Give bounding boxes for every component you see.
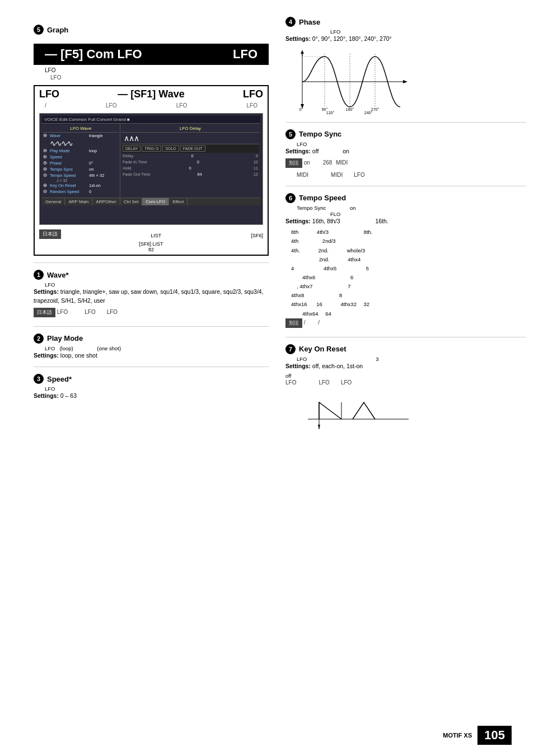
screen-fade-in-value: 0 <box>197 159 199 165</box>
tempo-speed-note: 別注 / / <box>285 318 526 330</box>
tempo-speed-desc: Tempo Sync on <box>297 205 526 211</box>
tempo-speed-row3: 4th. 2nd. whole/3 <box>291 246 526 255</box>
svg-text:120°: 120° <box>326 111 335 115</box>
screen-tab-arp-other[interactable]: ARPOther <box>92 198 120 205</box>
key-on-wave-svg <box>302 391 414 436</box>
phase-diagram: 0° 90° 120° 180° 270° 240° <box>297 48 409 115</box>
tempo-speed-row8: 4thx8 8 <box>291 291 526 300</box>
screen-tab-arp-main[interactable]: ARP Main <box>65 198 92 205</box>
title-bar-left: — [F5] Com LFO <box>45 47 142 62</box>
screen-tab-general[interactable]: General <box>42 198 65 205</box>
screen-num-82: 82 <box>39 247 263 252</box>
tempo-speed-row9: 4thx16 16 4thx32 32 <box>291 300 526 309</box>
screen-fade-in-item: Fade In Time 0 10 <box>121 159 259 165</box>
section-number-5: 5 <box>34 25 44 35</box>
screen-phase-value: 0° <box>89 161 93 166</box>
screen-num-7: ❼ <box>43 183 50 188</box>
lfo-label-small: LFO <box>50 74 269 81</box>
screen-top-bar: VOICE Edit-Common Full Concert Grand ■ <box>42 116 260 124</box>
section-wave: 1 Wave* LFO Settings: triangle, triangle… <box>34 270 269 320</box>
screen-num10: 10 <box>254 159 258 165</box>
screen-sf6-label: [SF6] <box>251 233 263 238</box>
screen-tab-effect[interactable]: Effect <box>169 198 188 205</box>
wave-note-line: 日本語 LFO LFO LFO <box>34 308 269 320</box>
screen-tempo-sync-label: Tempo Sync <box>50 167 89 172</box>
screen-fade-out-value: 64 <box>197 172 202 177</box>
key-on-reset-header: 7 Key On Reset <box>285 344 526 354</box>
tempo-sync-settings-on: on <box>343 148 349 154</box>
screen-wave-display: ∿∿∿∿ <box>50 139 119 148</box>
screen-top-bar-text: VOICE Edit-Common Full Concert Grand ■ <box>44 117 130 122</box>
tempo-sync-number: 5 <box>285 129 296 139</box>
screen-num12: 12 <box>254 172 258 177</box>
subtitle-lfo-text: LFO <box>45 67 55 73</box>
tempo-sync-settings-label: Settings: <box>285 148 311 154</box>
tempo-speed-values: 8th 4th/3 8th. 4th 2nd/3 4th. 2nd. whole… <box>291 228 526 318</box>
key-on-reset-settings: Settings: off, each-on, 1st-on <box>285 362 526 371</box>
speed-title: Speed* <box>47 375 72 383</box>
screen-hold-item: Hold 0 11 <box>121 165 259 171</box>
lfo-wave-center: — [SF1] Wave <box>118 88 184 100</box>
screen-num-6: ❻ <box>43 173 50 178</box>
screen-play-mode-label: Play Mode <box>50 148 89 153</box>
tempo-sync-title: Tempo Sync <box>299 130 341 138</box>
page-number-area: MOTIF XS 105 <box>443 726 512 745</box>
tempo-speed-settings: Settings: 16th, 8th/3 16th. <box>285 217 526 226</box>
lfo-sub-divider: / <box>45 102 46 109</box>
screen-tempo-sync-item: ❺ Tempo Sync on <box>43 166 119 172</box>
screen-tab-ctrl-set[interactable]: Ctrl Set <box>120 198 143 205</box>
screen-num-2: ❷ <box>43 148 50 153</box>
tempo-sync-note-line: MIDI MIDI LFO <box>297 171 526 179</box>
screen-speed-label: Speed <box>50 154 89 159</box>
screen-mockup: VOICE Edit-Common Full Concert Grand ■ L… <box>39 113 263 225</box>
screen-key-on-item: ❼ Key On Reset 1st-on <box>43 182 119 189</box>
screen-tab-com-lfo[interactable]: Com LFO <box>142 198 169 205</box>
screen-num-1: ❶ <box>43 133 50 138</box>
speed-header: 3 Speed* <box>34 374 269 384</box>
key-on-reset-note-line: LFO LFO LFO <box>285 379 526 387</box>
screen-j-value: J × 32 <box>57 179 119 182</box>
tempo-speed-settings-right: 16th. <box>375 218 388 224</box>
tempo-speed-row7: , 4thx7 7 <box>291 282 526 291</box>
tempo-sync-settings: Settings: off on <box>285 147 526 156</box>
wave-settings-value: triangle, triangle+, saw up, saw down, s… <box>34 288 264 304</box>
screen-lfo-wave-label: LFO Wave <box>43 125 119 133</box>
title-bar-right: LFO <box>233 47 257 62</box>
phase-number: 4 <box>285 17 296 27</box>
svg-marker-2 <box>403 80 407 83</box>
f5-com-lfo-title-bar: — [F5] Com LFO LFO <box>34 44 269 65</box>
key-on-reset-note-off: off <box>285 373 526 379</box>
tempo-sync-note-ref: 別注 <box>285 158 302 168</box>
section-tempo-sync: 5 Tempo Sync LFO Settings: off on 別注 on … <box>285 129 526 179</box>
screen-tabs: General ARP Main ARPOther Ctrl Set Com L… <box>42 198 260 205</box>
screen-wave-label: Wave <box>50 133 89 138</box>
left-column: 5 Graph — [F5] Com LFO LFO LFO LFO LFO —… <box>34 17 280 739</box>
section-title-graph: Graph <box>47 26 68 34</box>
tempo-sync-note-number: 268 <box>323 159 332 166</box>
key-on-reset-title: Key On Reset <box>299 345 346 353</box>
play-mode-title: Play Mode <box>47 334 83 342</box>
tempo-speed-title: Tempo Speed <box>299 194 346 202</box>
tempo-speed-row4: 2nd. 4thx4 <box>291 255 526 264</box>
screen-hold-value: 0 <box>189 166 191 171</box>
play-mode-settings: Settings: loop, one shot <box>34 351 269 360</box>
key-on-wave-illustration <box>302 391 414 436</box>
screen-play-mode-value: loop <box>89 148 97 153</box>
screen-wave-item: ❶ Wave triangle <box>43 133 119 139</box>
screen-wave-value: triangle <box>89 133 103 138</box>
phase-settings: Settings: 0°, 90°, 120°, 180°, 240°, 270… <box>285 35 526 44</box>
screen-tempo-speed-item: ❻ Tempo Speed 4th × 32 <box>43 172 119 179</box>
phase-title: Phase <box>299 18 320 26</box>
screen-right-panel: LFO Delay ∧∧∧ DELAY TRIG↑S SOLO FADE OUT <box>120 124 260 196</box>
wave-header: 1 Wave* <box>34 270 269 280</box>
tempo-speed-row1: 8th 4th/3 8th. <box>291 228 526 237</box>
play-mode-header: 2 Play Mode <box>34 334 269 344</box>
tempo-speed-settings-label: Settings: <box>285 218 311 224</box>
screen-btn-trigs: TRIG↑S <box>142 145 161 152</box>
screen-phase-label: Phase <box>50 161 89 166</box>
play-mode-one-shot-label: (one shot) <box>97 345 121 351</box>
graph-subtitle-lfo: LFO <box>45 67 269 73</box>
key-on-reset-number: 7 <box>285 344 296 354</box>
screen-tempo-speed-value: 4th × 32 <box>89 173 104 178</box>
divider-3 <box>34 367 269 367</box>
